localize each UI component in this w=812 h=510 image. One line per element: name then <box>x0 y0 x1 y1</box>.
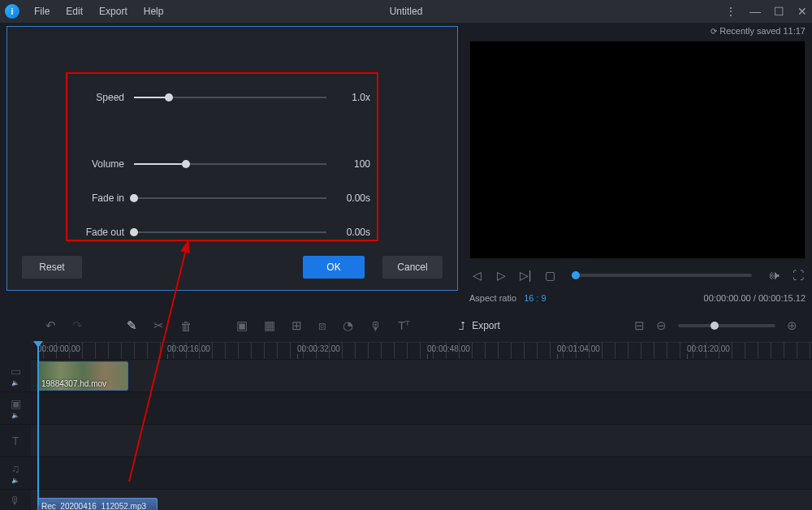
ruler-tick-label: 00:00:48.00 <box>427 344 470 353</box>
fade-out-label: Fade out <box>79 227 124 238</box>
edit-icon[interactable]: ✎ <box>127 318 137 333</box>
fade-out-value: 0.00s <box>336 227 370 238</box>
fade-in-slider[interactable] <box>134 192 326 205</box>
track-music-icon[interactable]: ♫🔈 <box>0 457 31 490</box>
volume-row: Volume 100 <box>67 147 377 181</box>
export-icon: ⮥ <box>457 320 467 331</box>
volume-slider[interactable] <box>134 158 326 171</box>
recently-saved-label: Recently saved 11:17 <box>469 26 806 39</box>
speed-slider[interactable] <box>134 91 326 104</box>
undo-icon[interactable]: ↶ <box>45 318 56 333</box>
volume-value: 100 <box>336 158 370 170</box>
export-button[interactable]: ⮥ Export <box>457 320 500 331</box>
track-video-icon[interactable]: ▭🔈 <box>0 360 31 392</box>
video-preview[interactable] <box>469 41 806 259</box>
mute-icon[interactable]: 🕪 <box>767 269 781 282</box>
aspect-ratio-label[interactable]: Aspect ratio 16 : 9 <box>469 293 546 303</box>
zoom-out-icon[interactable]: ⊖ <box>656 318 667 333</box>
timeline: ▭🔈 ▣🔈 T ♫🔈 🎙🔈 00:00:00.00 00:00:16.00 00… <box>0 342 812 510</box>
menu-export[interactable]: Export <box>91 0 136 23</box>
ruler-tick-label: 00:00:32.00 <box>297 344 340 353</box>
mosaic-icon[interactable]: ▦ <box>264 318 275 333</box>
seek-bar[interactable] <box>572 274 752 277</box>
duration-icon[interactable]: ◔ <box>343 318 353 333</box>
timeline-toolbar: ↶ ↷ ✎ ✂ 🗑 ▣ ▦ ⊞ ⧇ ◔ 🎙 Tᵀ ⮥ Export ⊟ ⊖ ⊕ <box>0 309 812 342</box>
fullscreen-icon[interactable]: ⛶ <box>791 269 806 282</box>
ruler-tick-label: 00:00:16.00 <box>167 344 210 353</box>
video-clip[interactable]: 19884307.hd.mov <box>37 361 128 391</box>
freeze-icon[interactable]: ⧇ <box>318 318 326 333</box>
zoom-in-icon[interactable]: ⊕ <box>787 318 797 333</box>
track-pip-icon[interactable]: ▣🔈 <box>0 392 31 425</box>
ruler-tick-label: 00:01:20.00 <box>687 344 730 353</box>
speed-row: Speed 1.0x <box>67 80 377 115</box>
export-label: Export <box>472 320 500 331</box>
track-text-icon[interactable]: T <box>0 425 31 457</box>
redo-icon[interactable]: ↷ <box>72 318 83 333</box>
app-logo-icon: i <box>5 4 19 19</box>
mic-icon[interactable]: 🎙 <box>369 319 382 333</box>
fade-out-slider[interactable] <box>134 226 326 239</box>
music-track[interactable] <box>31 457 812 490</box>
time-ruler[interactable]: 00:00:00.00 00:00:16.00 00:00:32.00 00:0… <box>31 342 812 360</box>
text-style-icon[interactable]: Tᵀ <box>398 318 410 333</box>
audio-clip[interactable]: Rec_20200416_112052.mp3 <box>37 498 158 510</box>
pip-track[interactable] <box>31 392 812 425</box>
crop-icon[interactable]: ▣ <box>236 318 248 333</box>
grid-icon[interactable]: ⊞ <box>292 318 302 333</box>
track-voice-icon[interactable]: 🎙🔈 <box>0 490 31 510</box>
minimize-icon[interactable]: — <box>749 5 761 18</box>
ruler-tick-label: 00:01:04.00 <box>557 344 600 353</box>
fit-icon[interactable]: ⊟ <box>634 318 645 333</box>
fade-in-label: Fade in <box>79 192 124 204</box>
fade-out-row: Fade out 0.00s <box>67 215 377 249</box>
speed-value: 1.0x <box>336 92 370 103</box>
fade-in-value: 0.00s <box>336 192 370 204</box>
zoom-slider[interactable] <box>678 324 775 327</box>
text-track[interactable] <box>31 425 812 457</box>
close-icon[interactable]: ✕ <box>797 5 807 18</box>
audio-settings-panel: Speed 1.0x Volume 100 Fade in <box>6 26 458 291</box>
speed-label: Speed <box>79 92 124 103</box>
cancel-button[interactable]: Cancel <box>382 256 443 279</box>
play-icon[interactable]: ▷ <box>494 269 508 282</box>
sliders-highlight-box: Speed 1.0x Volume 100 Fade in <box>66 72 378 241</box>
cut-icon[interactable]: ✂ <box>153 318 164 333</box>
volume-label: Volume <box>79 158 124 170</box>
aspect-ratio-value: 16 : 9 <box>524 293 546 303</box>
video-track[interactable]: 19884307.hd.mov <box>31 360 812 392</box>
voice-track[interactable]: Rec_20200416_112052.mp3 <box>31 490 812 510</box>
menu-edit[interactable]: Edit <box>58 0 91 23</box>
ruler-tick-label: 00:00:00.00 <box>37 344 80 353</box>
more-icon[interactable]: ⋮ <box>725 5 736 18</box>
fade-in-row: Fade in 0.00s <box>67 181 377 215</box>
aspect-ratio-text: Aspect ratio <box>469 293 516 303</box>
reset-button[interactable]: Reset <box>22 256 82 279</box>
prev-frame-icon[interactable]: ◁ <box>469 269 484 282</box>
maximize-icon[interactable]: ☐ <box>774 5 784 18</box>
delete-icon[interactable]: 🗑 <box>180 319 192 333</box>
playback-controls: ◁ ▷ ▷| ▢ 🕪 ⛶ <box>469 266 806 285</box>
menu-file[interactable]: File <box>26 0 58 23</box>
timecode-label: 00:00:00.00 / 00:00:15.12 <box>704 293 806 303</box>
next-frame-icon[interactable]: ▷| <box>518 269 533 282</box>
stop-icon[interactable]: ▢ <box>542 269 557 282</box>
menu-help[interactable]: Help <box>136 0 172 23</box>
ok-button[interactable]: OK <box>303 256 365 279</box>
menubar: i File Edit Export Help Untitled ⋮ — ☐ ✕ <box>0 0 812 23</box>
playhead[interactable] <box>37 343 39 505</box>
